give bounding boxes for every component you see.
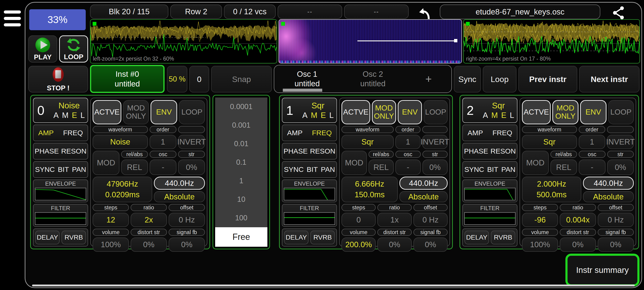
- ratio-value[interactable]: 0.004x: [560, 213, 596, 227]
- signalfb-value[interactable]: 0%: [168, 237, 205, 252]
- signalfb-value[interactable]: 0%: [598, 237, 634, 252]
- distort-value[interactable]: 0%: [377, 237, 412, 252]
- filter-box[interactable]: FILTER: [462, 204, 518, 227]
- filter-box[interactable]: FILTER: [33, 204, 88, 227]
- spectrogram-panel[interactable]: [278, 19, 462, 64]
- waveform-panel-right[interactable]: right-zoom=4x persist On 17 - 80%: [463, 19, 640, 64]
- toggle-actve[interactable]: ACTVE: [342, 100, 370, 124]
- mix-percent-button[interactable]: 50 %: [167, 66, 187, 93]
- rel-button[interactable]: REL: [121, 159, 148, 175]
- osc-route-button[interactable]: -: [579, 159, 606, 175]
- filename-field[interactable]: etude8-67_new_keys.osc: [440, 5, 600, 19]
- rvrb-button[interactable]: RVRB: [62, 231, 86, 244]
- tune-value[interactable]: 440.0Hz: [583, 177, 634, 190]
- rel-button[interactable]: REL: [368, 159, 394, 175]
- delay-button[interactable]: DELAY: [284, 231, 308, 244]
- scrubber-handle[interactable]: [454, 39, 457, 42]
- play-button[interactable]: PLAY: [28, 36, 57, 63]
- ratio-option[interactable]: 0.0001: [215, 98, 268, 116]
- rel-button[interactable]: REL: [550, 159, 577, 175]
- tune-value[interactable]: 440.0Hz: [154, 177, 205, 190]
- freq-display[interactable]: 47906Hz 0.0209ms: [92, 177, 152, 202]
- toggle-env[interactable]: ENV: [580, 100, 606, 124]
- toggle-loop[interactable]: LOOP: [424, 100, 448, 124]
- block-counter-button[interactable]: Blk 20 / 115: [90, 5, 168, 19]
- voices-counter-button[interactable]: 0 / 12 vcs: [224, 5, 276, 19]
- tab-osc-2[interactable]: Osc 2 untitled: [340, 65, 406, 93]
- next-instr-button[interactable]: Next instr: [579, 66, 640, 93]
- order-value[interactable]: 1: [150, 135, 176, 149]
- add-osc-button[interactable]: +: [406, 65, 452, 93]
- mod-button[interactable]: MOD: [522, 151, 549, 175]
- mod-button[interactable]: MOD: [342, 151, 367, 175]
- tune-mode-value[interactable]: Absolute: [583, 191, 634, 202]
- progress-button[interactable]: 33%: [29, 9, 86, 30]
- filter-box[interactable]: FILTER: [282, 204, 337, 227]
- filter-graph[interactable]: [284, 212, 335, 225]
- order-value[interactable]: 1: [579, 135, 606, 149]
- signalfb-value[interactable]: 0%: [414, 237, 448, 252]
- ratio-option[interactable]: 10: [215, 190, 268, 209]
- ratio-option[interactable]: 100: [215, 209, 268, 227]
- str-value[interactable]: 0%: [422, 159, 448, 175]
- prev-instr-button[interactable]: Prev instr: [518, 66, 577, 93]
- ratio-free-option[interactable]: Free: [215, 227, 268, 247]
- osc-route-button[interactable]: -: [150, 159, 176, 175]
- ratio-option[interactable]: 0.001: [215, 116, 268, 135]
- order-value[interactable]: 1: [396, 135, 421, 149]
- toggle-env[interactable]: ENV: [150, 100, 177, 124]
- mode-phase-reson[interactable]: PHASE RESON: [462, 143, 518, 159]
- envelope-graph[interactable]: [464, 188, 516, 200]
- filter-graph[interactable]: [35, 212, 86, 225]
- str-value[interactable]: 0%: [607, 159, 634, 175]
- delay-button[interactable]: DELAY: [35, 231, 60, 244]
- toggle-mod-only[interactable]: MOD ONLY: [372, 100, 396, 124]
- instrument-button[interactable]: Inst #0 untitled: [90, 65, 164, 93]
- toggle-mod-only[interactable]: MOD ONLY: [123, 100, 149, 124]
- toggle-loop[interactable]: LOOP: [179, 100, 205, 124]
- distort-value[interactable]: 0%: [560, 237, 596, 252]
- invert-button[interactable]: INVERT: [607, 135, 634, 149]
- empty-slot-button-1[interactable]: --: [278, 5, 342, 19]
- snap-button[interactable]: Snap: [211, 66, 272, 93]
- steps-value[interactable]: 12: [92, 213, 129, 227]
- ratio-option[interactable]: 0.01: [215, 135, 268, 153]
- toggle-actve[interactable]: ACTVE: [522, 100, 551, 124]
- osc-route-button[interactable]: -: [396, 159, 421, 175]
- mode-phase-reson[interactable]: PHASE RESON: [33, 143, 88, 159]
- envelope-box[interactable]: ENVELOPE: [462, 179, 518, 202]
- envelope-graph[interactable]: [35, 188, 86, 200]
- steps-value[interactable]: -96: [522, 213, 558, 227]
- undo-button[interactable]: [418, 7, 432, 21]
- volume-value[interactable]: 100%: [92, 237, 129, 252]
- toggle-actve[interactable]: ACTVE: [92, 100, 121, 124]
- steps-value[interactable]: 0: [342, 213, 376, 227]
- offset-value[interactable]: 0 Hz: [168, 213, 205, 227]
- volume-value[interactable]: 200.0%: [342, 237, 376, 252]
- toggle-loop[interactable]: LOOP: [608, 100, 634, 124]
- rvrb-button[interactable]: RVRB: [491, 231, 515, 244]
- envelope-graph[interactable]: [284, 188, 335, 200]
- tune-mode-value[interactable]: Absolute: [154, 191, 205, 202]
- empty-slot-button-2[interactable]: --: [344, 5, 409, 19]
- waveform-value[interactable]: Sqr: [342, 135, 394, 149]
- osc-header[interactable]: 2 Sqr AMEL: [462, 98, 518, 123]
- distort-value[interactable]: 0%: [130, 237, 167, 252]
- waveform-value[interactable]: Sqr: [522, 135, 577, 149]
- ratio-value[interactable]: 1x: [377, 213, 412, 227]
- osc-header[interactable]: 1 Sqr AMEL: [282, 98, 337, 123]
- transpose-button[interactable]: 0: [189, 66, 209, 93]
- mode-amp-freq[interactable]: AMP FREQ: [462, 125, 518, 141]
- tab-osc-1[interactable]: Osc 1 untitled: [274, 65, 340, 93]
- tune-mode-value[interactable]: Absolute: [400, 191, 448, 202]
- offset-value[interactable]: 0 Hz: [414, 213, 448, 227]
- offset-value[interactable]: 0 Hz: [598, 213, 634, 227]
- mode-sync-bit-pan[interactable]: SYNC BIT PAN: [33, 161, 88, 178]
- toggle-env[interactable]: ENV: [398, 100, 422, 124]
- str-value[interactable]: 0%: [178, 159, 205, 175]
- share-button[interactable]: [612, 6, 625, 20]
- instr-summary-button[interactable]: Instr summary: [566, 254, 640, 286]
- filter-graph[interactable]: [464, 212, 516, 225]
- ratio-option[interactable]: 0.1: [215, 153, 268, 172]
- invert-button[interactable]: INVERT: [178, 135, 205, 149]
